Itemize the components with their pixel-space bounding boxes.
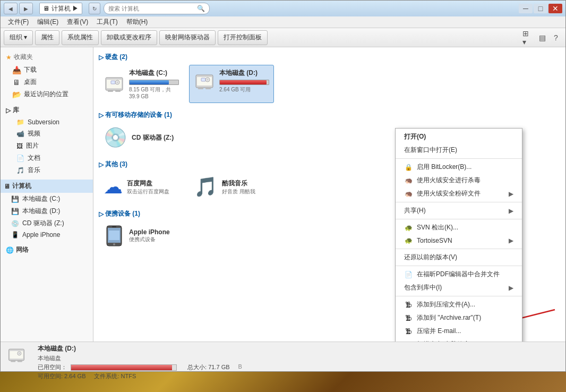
cm-sep-4 — [396, 249, 522, 249]
cm-svn-checkout[interactable]: 🐢SVN 检出(K)... — [396, 221, 522, 234]
documents-icon: 📄 — [16, 155, 24, 162]
status-total: 总大小: 71.7 GB — [187, 363, 229, 371]
status-line-2: 可用空间: 2.64 GB 文件系统: NTFS — [38, 372, 560, 380]
sidebar-item-video[interactable]: 📹 视频 — [1, 127, 93, 140]
sidebar: 收藏夹 📥 下载 🖥 桌面 📂 最近访问的位置 ▷库 — [1, 47, 93, 342]
rar-icon-3: 🗜 — [404, 327, 413, 336]
sidebar-item-iphone[interactable]: 📱 Apple iPhone — [1, 229, 93, 240]
svg-point-6 — [117, 82, 118, 83]
cm-shred[interactable]: 🦔使用火绒安全粉碎文件▶ — [396, 187, 522, 200]
removable-header[interactable]: ▷有可移动存储的设备 (1) — [99, 110, 560, 120]
cm-add-archive[interactable]: 🗜添加到压缩文件(A)... — [396, 298, 522, 311]
hard-drives-header[interactable]: ▷硬盘 (2) — [99, 53, 560, 62]
video-icon: 📹 — [16, 130, 24, 138]
main-content: ▷硬盘 (2) — [93, 47, 565, 342]
cm-open-new-window[interactable]: 在新窗口中打开(E) — [396, 143, 522, 157]
status-bar-fill — [71, 365, 172, 370]
maximize-button[interactable]: □ — [534, 4, 547, 13]
sidebar-item-recent[interactable]: 📂 最近访问的位置 — [1, 88, 93, 100]
svg-rect-2 — [108, 90, 113, 92]
view-toggle-button[interactable]: ⊞ ▾ — [522, 31, 535, 44]
drive-c-icon: 💾 — [11, 195, 19, 203]
preview-pane-button[interactable]: ▤ — [536, 31, 548, 44]
refresh-button[interactable]: ↻ — [89, 3, 100, 14]
sidebar-item-drive-d[interactable]: 💾 本地磁盘 (D:) — [1, 205, 93, 217]
kuwo-icon: 🎵 — [194, 176, 218, 198]
menu-tools[interactable]: 工具(T) — [92, 16, 122, 28]
search-bar[interactable]: 🔍 — [104, 3, 210, 14]
cm-open[interactable]: 打开(O) — [396, 130, 522, 143]
drive-c-bar-container — [129, 80, 179, 85]
sidebar-computer-header[interactable]: 🖥 计算机 — [1, 180, 93, 193]
organize-button[interactable]: 组织 ▾ — [4, 30, 33, 45]
sidebar-item-drive-z[interactable]: 💿 CD 驱动器 (Z:) — [1, 217, 93, 229]
sidebar-item-downloads[interactable]: 📥 下载 — [1, 64, 93, 76]
menu-bar: 文件(F) 编辑(E) 查看(V) 工具(T) 帮助(H) — [1, 16, 565, 28]
svg-rect-23 — [11, 361, 15, 362]
menu-help[interactable]: 帮助(H) — [122, 16, 152, 28]
uninstall-button[interactable]: 卸载或更改程序 — [101, 30, 157, 45]
minimize-button[interactable]: ─ — [519, 4, 533, 13]
cm-include-library[interactable]: 包含到库中(I)▶ — [396, 281, 522, 294]
baidu-item[interactable]: ☁ 百度网盘 双击运行百度网盘 — [99, 172, 184, 202]
system-properties-button[interactable]: 系统属性 — [62, 30, 99, 45]
title-bar: ◀ ▶ 🖥 计算机 ▶ ↻ 🔍 ─ □ ✕ — [1, 1, 565, 16]
svg-rect-22 — [10, 351, 23, 359]
menu-file[interactable]: 文件(F) — [4, 16, 33, 28]
content-area: 收藏夹 📥 下载 🖥 桌面 📂 最近访问的位置 ▷库 — [1, 47, 565, 342]
control-panel-button[interactable]: 打开控制面板 — [218, 30, 268, 45]
cm-sep-1 — [396, 158, 522, 159]
cm-add-archive-rar[interactable]: 🗜添加到 "Archive.rar"(T) — [396, 311, 522, 325]
view-options: ⊞ ▾ ▤ ? — [522, 31, 562, 44]
map-drive-button[interactable]: 映射网络驱动器 — [159, 30, 216, 45]
address-bar[interactable]: 🖥 计算机 ▶ — [39, 3, 82, 14]
cm-scan-virus[interactable]: 🛡扫描病毒(电脑管家) — [396, 338, 522, 342]
cm-bitlocker[interactable]: 🔒启用 BitLocker(B)... — [396, 160, 522, 174]
status-drive-sub: 本地磁盘 — [38, 354, 560, 362]
sidebar-item-music[interactable]: 🎵 音乐 — [1, 164, 93, 176]
cm-sep-5 — [396, 266, 522, 266]
sidebar-item-drive-c[interactable]: 💾 本地磁盘 (C:) — [1, 193, 93, 205]
cd-icon: 💿 — [104, 126, 127, 149]
drive-d-item[interactable]: 本地磁盘 (D:) 2.64 GB 可用 — [189, 65, 274, 103]
close-button[interactable]: ✕ — [548, 4, 562, 13]
forward-button[interactable]: ▶ — [19, 3, 33, 14]
shred-icon: 🦔 — [404, 190, 413, 198]
cm-tortoisesvn[interactable]: 🐢TortoiseSVN▶ — [396, 234, 522, 247]
cm-pdf-merge[interactable]: 📄在福昕PDF编辑器中合并文件 — [396, 268, 522, 281]
drive-d-size: 2.64 GB 可用 — [219, 86, 269, 93]
downloads-icon: 📥 — [12, 66, 21, 74]
context-menu: 打开(O) 在新窗口中打开(E) 🔒启用 BitLocker(B)... 🦔使用… — [395, 128, 522, 342]
drive-c-item[interactable]: 本地磁盘 (C:) 8.15 GB 可用，共 39.9 GB — [99, 65, 184, 103]
svg-rect-4 — [111, 81, 115, 84]
rar-icon-1: 🗜 — [404, 301, 413, 309]
menu-view[interactable]: 查看(V) — [63, 16, 92, 28]
kuwo-name: 酷我音乐 — [222, 179, 255, 188]
status-used-label: 已用空间： — [38, 363, 179, 371]
rar-icon-2: 🗜 — [404, 314, 413, 322]
kuwo-item[interactable]: 🎵 酷我音乐 好音质 用酷我 — [189, 172, 274, 202]
cm-antivirus[interactable]: 🦔使用火绒安全进行杀毒 — [396, 174, 522, 187]
sidebar-item-pictures[interactable]: 🖼 图片 — [1, 140, 93, 152]
antivirus-icon: 🦔 — [404, 176, 413, 185]
cm-restore[interactable]: 还原以前的版本(V) — [396, 251, 522, 264]
drive-d-icon: 💾 — [11, 208, 19, 215]
cm-share[interactable]: 共享(H)▶ — [396, 204, 522, 217]
sidebar-network-header[interactable]: 🌐 网络 — [1, 243, 93, 257]
search-input[interactable] — [108, 5, 195, 12]
help-button[interactable]: ? — [550, 31, 562, 44]
back-button[interactable]: ◀ — [4, 3, 18, 14]
cd-drive-item[interactable]: 💿 CD 驱动器 (Z:) — [99, 123, 184, 152]
kuwo-desc: 好音质 用酷我 — [222, 188, 255, 195]
sidebar-library-header[interactable]: ▷库 — [1, 104, 93, 117]
sidebar-item-subversion[interactable]: 📁 Subversion — [1, 117, 93, 127]
properties-button[interactable]: 属性 — [35, 30, 59, 45]
sidebar-item-desktop[interactable]: 🖥 桌面 — [1, 76, 93, 88]
baidu-desc: 双击运行百度网盘 — [127, 188, 169, 195]
drive-d-bar — [220, 80, 267, 84]
cm-compress-email[interactable]: 🗜压缩并 E-mail... — [396, 325, 522, 338]
iphone-item[interactable]: Apple iPhone 便携式设备 — [99, 221, 184, 250]
sidebar-item-documents[interactable]: 📄 文档 — [1, 152, 93, 164]
sidebar-favorites-header[interactable]: 收藏夹 — [1, 50, 93, 64]
menu-edit[interactable]: 编辑(E) — [33, 16, 63, 28]
